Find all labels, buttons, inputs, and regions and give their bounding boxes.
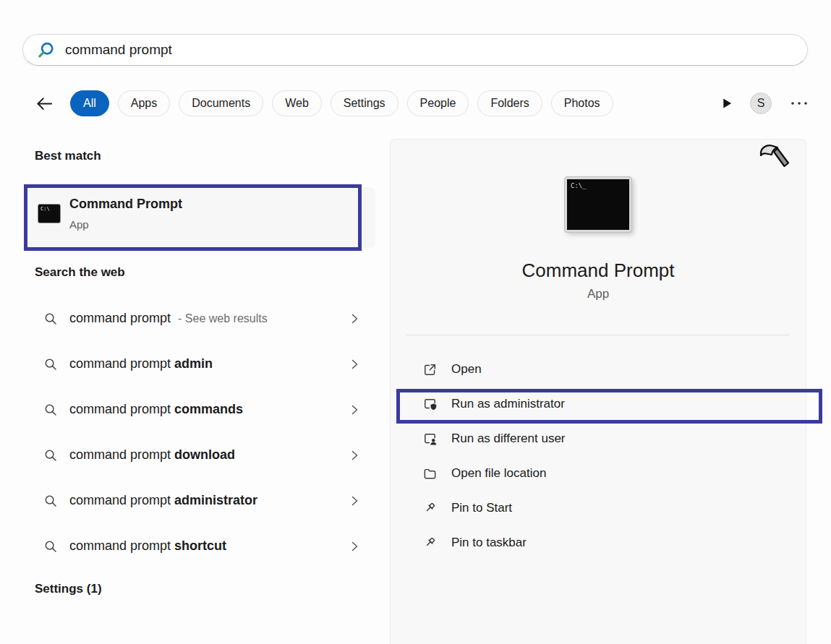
action-pin-to-taskbar[interactable]: Pin to taskbar bbox=[391, 525, 806, 560]
chevron-right-icon[interactable] bbox=[349, 541, 359, 552]
best-match-header: Best match bbox=[35, 149, 101, 163]
search-suggestion-icon bbox=[43, 312, 58, 326]
pin-icon bbox=[422, 501, 438, 516]
command-prompt-large-icon: C:\_ bbox=[565, 177, 631, 232]
tabs-right-group: S bbox=[722, 93, 809, 114]
web-suggestion-row[interactable]: command prompt- See web results bbox=[35, 296, 364, 341]
search-suggestion-icon bbox=[43, 357, 58, 372]
search-suggestion-icon bbox=[43, 448, 58, 463]
preview-panel: C:\_ Command Prompt App Open Run as admi… bbox=[390, 139, 806, 644]
web-suggestion-row[interactable]: command promptadmin bbox=[35, 341, 364, 387]
action-open-file-location[interactable]: Open file location bbox=[391, 456, 806, 491]
search-input[interactable] bbox=[65, 42, 794, 58]
tab-all[interactable]: All bbox=[70, 90, 109, 116]
search-the-web-header: Search the web bbox=[35, 265, 125, 280]
web-suggestion-row[interactable]: command promptadministrator bbox=[35, 478, 364, 523]
back-button[interactable] bbox=[35, 94, 54, 113]
web-suggestion-row[interactable]: command promptshortcut bbox=[35, 523, 364, 569]
chevron-right-icon[interactable] bbox=[349, 313, 359, 325]
settings-section-header: Settings (1) bbox=[35, 582, 102, 596]
action-run-as-different-user[interactable]: Run as different user bbox=[391, 421, 806, 456]
scroll-more-filters-icon[interactable] bbox=[722, 98, 733, 109]
search-suggestion-icon bbox=[43, 494, 58, 508]
action-pin-to-start[interactable]: Pin to Start bbox=[391, 491, 806, 525]
preview-subtitle: App bbox=[391, 287, 806, 301]
chevron-right-icon[interactable] bbox=[349, 450, 359, 461]
search-suggestion-icon bbox=[43, 539, 58, 554]
chevron-right-icon[interactable] bbox=[349, 359, 359, 370]
best-match-title: Command Prompt bbox=[69, 197, 182, 212]
pin-icon bbox=[422, 536, 438, 551]
tab-web[interactable]: Web bbox=[272, 90, 322, 116]
run-as-administrator-icon bbox=[422, 397, 438, 412]
command-prompt-app-icon: C:\ bbox=[38, 204, 61, 223]
chevron-right-icon[interactable] bbox=[349, 495, 359, 507]
action-open[interactable]: Open bbox=[391, 352, 806, 387]
web-suggestion-row[interactable]: command promptdownload bbox=[35, 432, 364, 478]
divider bbox=[406, 335, 790, 335]
web-suggestion-row[interactable]: command promptcommands bbox=[35, 387, 364, 432]
tab-settings[interactable]: Settings bbox=[331, 90, 399, 116]
open-icon bbox=[422, 362, 438, 377]
tab-photos[interactable]: Photos bbox=[551, 90, 613, 116]
best-match-result[interactable]: C:\ Command Prompt App bbox=[28, 187, 375, 248]
tab-folders[interactable]: Folders bbox=[477, 90, 542, 116]
filter-tabs: All Apps Documents Web Settings People F… bbox=[35, 87, 809, 120]
web-suggestions-list: command prompt- See web results command … bbox=[35, 296, 364, 569]
open-file-location-icon bbox=[422, 466, 438, 481]
best-match-subtitle: App bbox=[69, 218, 89, 231]
action-run-as-administrator[interactable]: Run as administrator bbox=[391, 387, 806, 421]
run-as-different-user-icon bbox=[422, 432, 438, 447]
more-options-icon[interactable] bbox=[789, 100, 809, 106]
preview-title: Command Prompt bbox=[391, 259, 806, 282]
tab-documents[interactable]: Documents bbox=[179, 90, 263, 116]
search-bar bbox=[22, 34, 808, 66]
tab-apps[interactable]: Apps bbox=[118, 90, 170, 116]
search-icon bbox=[36, 40, 56, 60]
account-avatar[interactable]: S bbox=[750, 93, 772, 114]
action-list: Open Run as administrator Run as differe… bbox=[391, 352, 806, 560]
search-suggestion-icon bbox=[43, 403, 58, 417]
tab-people[interactable]: People bbox=[407, 90, 469, 116]
chevron-right-icon[interactable] bbox=[349, 404, 359, 416]
